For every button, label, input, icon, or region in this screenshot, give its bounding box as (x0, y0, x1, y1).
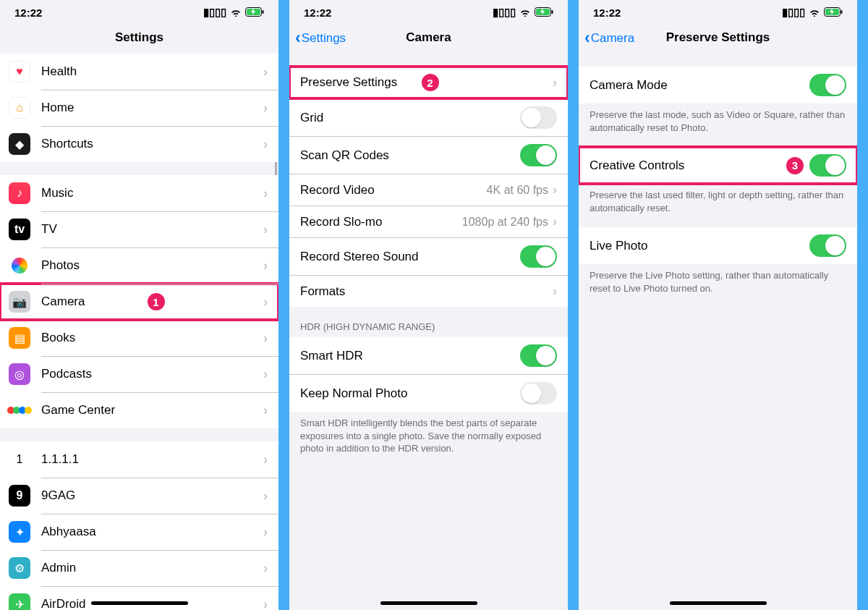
settings-group-apple-2: ♪Music›tvTV›Photos›📷Camera1›▤Books›◎Podc… (0, 175, 278, 428)
row-formats[interactable]: Formats › (289, 275, 568, 307)
settings-item-shortcuts[interactable]: ◆Shortcuts› (0, 126, 278, 162)
row-camera-mode[interactable]: Camera Mode (579, 67, 857, 103)
status-time: 12:22 (304, 7, 331, 19)
chevron-right-icon: › (263, 488, 268, 504)
toggle-stereo[interactable] (520, 245, 557, 268)
row-smart-hdr[interactable]: Smart HDR (289, 337, 568, 374)
row-label: Camera Mode (590, 78, 809, 93)
row-scan-qr[interactable]: Scan QR Codes (289, 136, 568, 174)
settings-item-label: 1.1.1.1 (41, 452, 153, 467)
settings-item-abhyaasa[interactable]: ✦Abhyaasa› (0, 514, 278, 550)
settings-item-admin[interactable]: ⚙Admin› (0, 550, 278, 586)
chevron-right-icon: › (263, 137, 268, 152)
row-stereo-sound[interactable]: Record Stereo Sound (289, 237, 568, 275)
svg-rect-8 (841, 10, 843, 14)
page-title: Settings (115, 30, 163, 45)
settings-item-1-1-1-1[interactable]: 11.1.1.1› (0, 441, 278, 478)
abhyaasa-icon: ✦ (9, 521, 30, 543)
svg-rect-2 (263, 10, 264, 14)
row-preserve-settings[interactable]: Preserve Settings 2 › (289, 67, 568, 98)
photos-icon (9, 255, 30, 276)
status-icons: ▮▯▯▯ (782, 6, 843, 19)
chevron-right-icon: › (263, 295, 268, 310)
settings-item-label: Books (41, 331, 153, 345)
settings-item-label: Abhyaasa (41, 525, 153, 539)
page-title: Preserve Settings (666, 30, 770, 45)
wifi-icon (809, 7, 820, 19)
row-record-video[interactable]: Record Video 4K at 60 fps › (289, 174, 568, 206)
row-keep-normal-photo[interactable]: Keep Normal Photo (289, 374, 568, 412)
health-icon: ♥ (9, 61, 30, 82)
toggle-smart-hdr[interactable] (520, 344, 557, 367)
toggle-creative-controls[interactable] (809, 154, 846, 177)
creative-controls-note: Preserve the last used filter, light or … (579, 184, 857, 214)
back-button[interactable]: ‹ Camera (584, 28, 634, 48)
back-label: Settings (302, 30, 346, 45)
step-badge-3: 3 (786, 157, 804, 174)
settings-item-home[interactable]: ⌂Home› (0, 90, 278, 126)
settings-group-thirdparty: 11.1.1.1›99GAG›✦Abhyaasa›⚙Admin›✈AirDroi… (0, 441, 278, 610)
row-live-photo[interactable]: Live Photo (579, 227, 857, 264)
settings-item-camera[interactable]: 📷Camera1› (0, 284, 278, 320)
status-bar: 12:22 ▮▯▯▯ (0, 0, 278, 22)
row-record-slomo[interactable]: Record Slo-mo 1080p at 240 fps › (289, 206, 568, 237)
battery-icon (824, 7, 843, 19)
settings-item-game-center[interactable]: Game Center› (0, 392, 278, 428)
toggle-camera-mode[interactable] (809, 74, 846, 96)
settings-item-9gag[interactable]: 99GAG› (0, 478, 278, 514)
back-button[interactable]: ‹ Settings (295, 28, 346, 48)
battery-icon (535, 7, 553, 19)
row-value: 1080p at 240 fps (462, 216, 548, 229)
podcasts-icon: ◎ (9, 363, 30, 385)
status-time: 12:22 (14, 7, 42, 19)
row-label: Scan QR Codes (300, 148, 520, 163)
live-photo-group: Live Photo (579, 227, 857, 264)
row-creative-controls[interactable]: Creative Controls 3 (579, 147, 857, 184)
chevron-left-icon: ‹ (584, 28, 590, 48)
home-indicator[interactable] (91, 601, 188, 605)
airdroid-icon: ✈ (9, 593, 30, 610)
settings-item-label: TV (41, 222, 153, 237)
settings-item-podcasts[interactable]: ◎Podcasts› (0, 356, 278, 392)
chevron-left-icon: ‹ (295, 28, 301, 48)
status-time: 12:22 (593, 7, 621, 19)
screen-settings: 12:22 ▮▯▯▯ Settings ♥Health›⌂Home›◆Short… (0, 0, 278, 610)
chevron-right-icon: › (263, 186, 268, 201)
tv-icon: tv (9, 219, 30, 240)
row-label: Record Video (300, 183, 487, 198)
nav-bar: Settings (0, 22, 278, 54)
settings-item-airdroid[interactable]: ✈AirDroid› (0, 586, 278, 610)
toggle-keep-normal[interactable] (520, 382, 557, 404)
toggle-scan-qr[interactable] (520, 144, 557, 166)
settings-item-label: 9GAG (41, 488, 153, 503)
admin-icon: ⚙ (9, 557, 30, 579)
svg-rect-5 (552, 10, 553, 14)
row-value: 4K at 60 fps (487, 184, 548, 197)
settings-item-photos[interactable]: Photos› (0, 247, 278, 284)
books-icon: ▤ (9, 327, 30, 349)
row-label: Preserve Settings (300, 75, 414, 90)
settings-item-music[interactable]: ♪Music› (0, 175, 278, 211)
camera-mode-note: Preserve the last mode, such as Video or… (579, 103, 857, 134)
home-indicator[interactable] (380, 601, 477, 605)
settings-item-label: Podcasts (41, 367, 153, 381)
settings-item-books[interactable]: ▤Books› (0, 320, 278, 356)
hdr-group: Smart HDR Keep Normal Photo (289, 337, 568, 412)
chevron-right-icon: › (263, 452, 268, 467)
9gag-icon: 9 (9, 485, 30, 507)
toggle-live-photo[interactable] (809, 234, 846, 257)
chevron-right-icon: › (263, 367, 268, 382)
settings-group-apple-1: ♥Health›⌂Home›◆Shortcuts› (0, 54, 278, 162)
battery-icon (245, 7, 264, 19)
toggle-grid[interactable] (520, 106, 557, 129)
nav-bar: ‹ Settings Camera (289, 22, 568, 54)
hdr-footer-note: Smart HDR intelligently blends the best … (289, 412, 568, 455)
home-indicator[interactable] (670, 601, 767, 605)
chevron-right-icon: › (263, 525, 268, 540)
settings-item-health[interactable]: ♥Health› (0, 54, 278, 90)
status-bar: 12:22 ▮▯▯▯ (579, 0, 857, 22)
status-icons: ▮▯▯▯ (493, 6, 553, 19)
settings-item-tv[interactable]: tvTV› (0, 211, 278, 247)
row-grid[interactable]: Grid (289, 98, 568, 136)
game-center-icon (9, 399, 30, 421)
